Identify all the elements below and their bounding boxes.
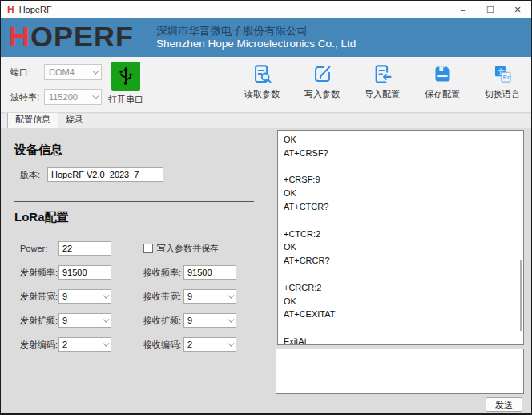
svg-text:En: En	[502, 74, 510, 81]
tab-burn[interactable]: 烧录	[58, 112, 91, 128]
tx-coding-value: 2	[62, 340, 67, 349]
frequency-row: 发射频率: 接收频率:	[20, 265, 272, 280]
tx-spread-select[interactable]: 9	[58, 313, 111, 328]
tx-bandwidth-label: 发射带宽:	[20, 291, 58, 303]
rx-bandwidth-select[interactable]: 9	[183, 289, 236, 304]
at-command-log[interactable]: OK AT+CRSF? +CRSF:9 OK AT+CTCR? +CTCR:2 …	[277, 130, 524, 345]
baud-select-value: 115200	[49, 92, 78, 102]
company-name-cn: 深圳市华普微电子股份有限公司	[156, 25, 356, 38]
rx-coding-select[interactable]: 2	[183, 337, 236, 352]
tab-config-info[interactable]: 配置信息	[7, 111, 58, 128]
brand-header: HOPERF 深圳市华普微电子股份有限公司 Shenzhen Hope Micr…	[1, 18, 531, 57]
tx-frequency-input[interactable]	[58, 265, 111, 280]
title-bar: H HopeRF – ☐ ✕	[1, 1, 531, 18]
app-window: H HopeRF – ☐ ✕ HOPERF 深圳市华普微电子股份有限公司 She…	[0, 0, 532, 415]
switch-language-button[interactable]: 文 En 切换语言	[478, 62, 526, 100]
rx-bandwidth-value: 9	[187, 292, 192, 301]
section-divider	[14, 201, 254, 202]
read-params-label: 读取参数	[238, 88, 286, 100]
hoperf-logo: HOPERF	[9, 24, 134, 51]
rx-spread-select[interactable]: 9	[183, 313, 236, 328]
tx-coding-select[interactable]: 2	[58, 337, 111, 352]
tx-coding-label: 发射编码:	[20, 339, 58, 351]
tab-bar: 配置信息 烧录	[1, 113, 531, 128]
import-config-button[interactable]: 导入配置	[358, 62, 406, 100]
baud-label: 波特率:	[10, 91, 44, 103]
chevron-down-icon	[103, 316, 109, 322]
minimize-button[interactable]: –	[449, 1, 477, 18]
save-config-button[interactable]: 保存配置	[418, 62, 466, 100]
chevron-down-icon	[92, 67, 99, 74]
write-and-save-checkbox-group[interactable]: 写入参数并保存	[143, 243, 219, 255]
rx-spread-value: 9	[187, 316, 192, 325]
tx-spread-value: 9	[62, 316, 67, 325]
write-params-label: 写入参数	[298, 88, 346, 100]
version-label: 版本:	[20, 169, 47, 181]
config-panel: 设备信息 版本: LoRa配置 Power: 写入参数并保存 发射频率:	[1, 128, 272, 414]
rx-frequency-input[interactable]	[183, 265, 236, 280]
usb-icon	[111, 62, 140, 91]
rx-coding-label: 接收编码:	[143, 339, 183, 351]
tx-bandwidth-value: 9	[62, 292, 67, 301]
rx-coding-value: 2	[187, 340, 192, 349]
save-config-icon	[418, 62, 466, 85]
port-label: 端口:	[10, 66, 44, 79]
read-params-button[interactable]: 读取参数	[238, 62, 286, 100]
lora-config-heading: LoRa配置	[14, 210, 272, 225]
chevron-down-icon	[92, 92, 99, 99]
import-config-label: 导入配置	[358, 88, 406, 100]
company-name-en: Shenzhen Hope Microelectronics Co., Ltd	[156, 38, 356, 50]
toolbar-actions: 读取参数 写入参数	[238, 62, 526, 100]
rx-frequency-label: 接收频率:	[143, 267, 183, 279]
toolbar: 端口: COM4 波特率: 115200	[1, 57, 531, 113]
save-config-label: 保存配置	[418, 88, 466, 100]
logo-letters-operf: OPERF	[30, 22, 134, 53]
chevron-down-icon	[228, 340, 234, 346]
window-title: HopeRF	[19, 5, 449, 14]
app-logo-icon: H	[7, 4, 14, 15]
write-and-save-label: 写入参数并保存	[157, 243, 219, 255]
tx-bandwidth-select[interactable]: 9	[58, 289, 111, 304]
open-serial-label: 打开串口	[103, 94, 148, 106]
coding-row: 发射编码: 2 接收编码: 2	[20, 337, 272, 352]
content-area: 设备信息 版本: LoRa配置 Power: 写入参数并保存 发射频率:	[1, 128, 531, 414]
log-scrollbar[interactable]	[520, 260, 522, 331]
serial-settings-group: 端口: COM4 波特率: 115200	[10, 64, 102, 114]
logo-letter-h: H	[9, 22, 30, 53]
power-row: Power: 写入参数并保存	[20, 241, 272, 256]
checkbox-icon[interactable]	[143, 244, 153, 253]
tx-frequency-label: 发射频率:	[20, 267, 58, 279]
power-input[interactable]	[58, 241, 111, 256]
version-input[interactable]	[47, 167, 163, 182]
chevron-down-icon	[228, 316, 234, 322]
rx-spread-label: 接收扩频:	[143, 315, 183, 327]
send-input[interactable]	[276, 349, 524, 394]
company-name-block: 深圳市华普微电子股份有限公司 Shenzhen Hope Microelectr…	[156, 25, 356, 50]
write-params-button[interactable]: 写入参数	[298, 62, 346, 100]
port-select-value: COM4	[49, 67, 75, 77]
rx-bandwidth-label: 接收带宽:	[143, 291, 183, 303]
chevron-down-icon	[103, 292, 109, 298]
switch-language-label: 切换语言	[478, 88, 526, 100]
bandwidth-row: 发射带宽: 9 接收带宽: 9	[20, 289, 272, 304]
tx-spread-label: 发射扩频:	[20, 315, 58, 327]
switch-language-icon: 文 En	[478, 62, 526, 85]
chevron-down-icon	[228, 292, 234, 298]
send-button[interactable]: 发送	[486, 397, 522, 412]
baud-select[interactable]: 115200	[44, 89, 102, 105]
close-button[interactable]: ✕	[504, 1, 531, 18]
version-row: 版本:	[20, 167, 272, 182]
power-label: Power:	[20, 244, 58, 253]
import-config-icon	[358, 62, 406, 85]
device-info-heading: 设备信息	[14, 143, 272, 158]
chevron-down-icon	[103, 340, 109, 346]
read-params-icon	[238, 62, 286, 85]
open-serial-button[interactable]: 打开串口	[103, 62, 148, 106]
write-params-icon	[298, 62, 346, 85]
port-select[interactable]: COM4	[44, 64, 102, 80]
spread-row: 发射扩频: 9 接收扩频: 9	[20, 313, 272, 328]
console-panel: OK AT+CRSF? +CRSF:9 OK AT+CTCR? +CTCR:2 …	[272, 128, 531, 414]
maximize-button[interactable]: ☐	[477, 1, 504, 18]
